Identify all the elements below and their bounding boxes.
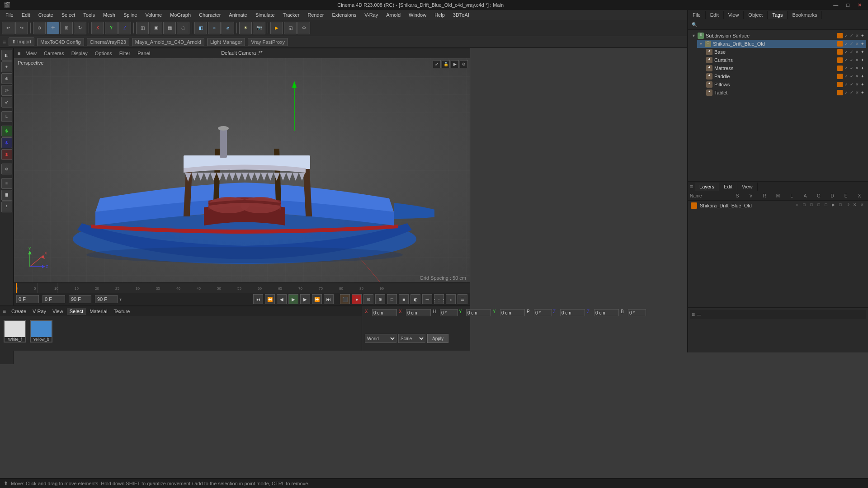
current-frame-input[interactable]	[16, 295, 39, 303]
y-axis-button[interactable]: Y	[105, 22, 118, 34]
layers-tab-name[interactable]: Layers	[695, 183, 719, 191]
layers-tab-view[interactable]: View	[737, 183, 758, 191]
menu-file[interactable]: File	[2, 11, 17, 19]
fps-value-input[interactable]	[95, 295, 118, 303]
rotation-b-input[interactable]	[628, 309, 646, 316]
vp-render[interactable]: ▶	[451, 60, 459, 68]
playback-mode-3[interactable]: ⊙	[363, 294, 373, 304]
play-button[interactable]: ▶	[288, 294, 298, 304]
vp-lock[interactable]: 🔒	[442, 60, 450, 68]
menu-3dtoai[interactable]: 3DToAI	[449, 11, 473, 19]
next-key-button[interactable]: ▶	[300, 294, 310, 304]
menu-arnold[interactable]: Arnold	[382, 11, 404, 19]
mat-menu-create[interactable]: Create	[9, 308, 29, 315]
scale-dropdown[interactable]: Scale	[398, 334, 425, 343]
menu-help[interactable]: Help	[431, 11, 448, 19]
z-axis-button[interactable]: Z	[118, 22, 131, 34]
layers-tab-edit[interactable]: Edit	[719, 183, 737, 191]
mat-menu-select[interactable]: Select	[67, 308, 86, 315]
left-tool-10[interactable]: ⊗	[1, 164, 12, 174]
viewport-menu-toggle[interactable]: ≡	[18, 51, 20, 56]
mat-menu-vray[interactable]: V-Ray	[30, 308, 49, 315]
playback-mode-4[interactable]: ⊕	[375, 294, 385, 304]
position-x-input[interactable]	[372, 309, 397, 316]
maya-arnold-button[interactable]: Maya_Arnold_to_C4D_Arnold	[132, 38, 204, 46]
rotation-z-input[interactable]	[594, 309, 619, 316]
polygon-mode-button[interactable]: ▣	[150, 22, 162, 34]
cinema-vray-button[interactable]: CinemaVrayR23	[87, 38, 129, 46]
left-tool-6[interactable]: L	[1, 111, 12, 122]
x-axis-button[interactable]: X	[91, 22, 104, 34]
rotation-p-input[interactable]	[534, 309, 552, 316]
rotate-button[interactable]: ↻	[74, 22, 86, 34]
redo-button[interactable]: ↪	[15, 22, 28, 34]
light-button[interactable]: ☀	[239, 22, 252, 34]
import-button[interactable]: ⬆ Import	[9, 38, 34, 46]
playback-mode-2[interactable]: ●	[352, 294, 362, 304]
viewport[interactable]: ≡ View Cameras Display Options Filter Pa…	[14, 48, 470, 283]
goto-start-button[interactable]: ⏮	[253, 294, 263, 304]
left-tool-4[interactable]: ◎	[1, 85, 12, 96]
vp-maximize[interactable]: ⤢	[433, 60, 441, 68]
left-tool-1[interactable]: ◧	[1, 50, 12, 61]
panel-tab-file[interactable]: File	[688, 11, 706, 19]
playback-mode-9[interactable]: ⋮⋮⋮	[434, 294, 444, 304]
panel-tab-bookmarks[interactable]: Bookmarks	[788, 11, 822, 19]
vp-settings[interactable]: ⚙	[460, 60, 468, 68]
layer-item-shikara[interactable]: Shikara_Drift_Blue_Old ○ □ □ □ □ ▶ □ ☽ ✕…	[689, 202, 867, 210]
menu-select[interactable]: Select	[58, 11, 79, 19]
left-tool-2[interactable]: +	[1, 61, 12, 72]
menu-spline[interactable]: Spline	[120, 11, 141, 19]
camera-button[interactable]: 📷	[253, 22, 265, 34]
left-tool-12[interactable]: ≣	[1, 190, 12, 201]
viewport-options-menu[interactable]: Options	[93, 51, 114, 56]
left-tool-9[interactable]: $	[1, 149, 12, 160]
left-tool-8[interactable]: $	[1, 137, 12, 148]
menu-tools[interactable]: Tools	[80, 11, 99, 19]
material-swatch-white[interactable]: White_f	[4, 320, 26, 343]
menu-window[interactable]: Window	[405, 11, 430, 19]
boat-3d-object[interactable]	[50, 85, 434, 275]
left-tool-5[interactable]: ↙	[1, 97, 12, 108]
render-settings-button[interactable]: ⚙	[297, 22, 310, 34]
panel-tab-edit[interactable]: Edit	[706, 11, 724, 19]
tree-item-mattress[interactable]: ▲ Mattress ✓ ✓ ✕ ✦	[704, 64, 866, 72]
menu-simulate[interactable]: Simulate	[252, 11, 278, 19]
tree-item-base[interactable]: ▲ Base ✓ ✓ ✕ ✦	[704, 48, 866, 56]
move-button[interactable]: ✛	[47, 22, 59, 34]
playback-mode-1[interactable]: ⬛	[340, 294, 350, 304]
primitive-cylinder-button[interactable]: ⌀	[222, 22, 234, 34]
tree-item-curtains[interactable]: ▲ Curtains ✓ ✓ ✕ ✦	[704, 56, 866, 64]
menu-volume[interactable]: Volume	[142, 11, 165, 19]
mat-menu-view[interactable]: View	[50, 308, 66, 315]
panel-tab-object[interactable]: Object	[744, 11, 768, 19]
menu-create[interactable]: Create	[35, 11, 57, 19]
apply-button[interactable]: Apply	[427, 334, 448, 343]
primitive-cube-button[interactable]: ◧	[194, 22, 207, 34]
max-to-c4d-button[interactable]: MaxToC4D Config	[37, 38, 84, 46]
maximize-button[interactable]: □	[844, 2, 852, 8]
tree-item-paddle[interactable]: ▲ Paddle ✓ ✓ ✕ ✦	[704, 72, 866, 80]
minimize-button[interactable]: —	[830, 2, 841, 8]
render-button[interactable]: ▶	[270, 22, 283, 34]
viewport-view-menu[interactable]: View	[24, 51, 38, 56]
viewport-filter-menu[interactable]: Filter	[118, 51, 132, 56]
material-swatch-yellow[interactable]: Yellow_b	[30, 320, 52, 343]
rotation-x-input[interactable]	[406, 309, 431, 316]
obj-search[interactable]: 🔍	[690, 21, 699, 28]
undo-button[interactable]: ↩	[2, 22, 14, 34]
edge-mode-button[interactable]: ▦	[163, 22, 176, 34]
live-select-button[interactable]: ⊙	[33, 22, 46, 34]
world-dropdown[interactable]: World	[365, 334, 396, 343]
left-tool-7[interactable]: $	[1, 126, 12, 136]
menu-render[interactable]: Render	[304, 11, 327, 19]
position-y-input[interactable]	[466, 309, 491, 316]
position-z-input[interactable]	[560, 309, 585, 316]
timeline-track[interactable]: 0 5 10 15 20 25 30 35 40 45 50 55 60 65 …	[14, 283, 470, 293]
vray-fastproxy-button[interactable]: Vray FastProxy	[248, 38, 288, 46]
timeline[interactable]: 0 5 10 15 20 25 30 35 40 45 50 55 60 65 …	[14, 283, 470, 293]
panel-tab-view[interactable]: View	[724, 11, 744, 19]
mat-menu-texture[interactable]: Texture	[111, 308, 132, 315]
viewport-display-menu[interactable]: Display	[70, 51, 90, 56]
prev-frame-button[interactable]: ⏪	[265, 294, 275, 304]
